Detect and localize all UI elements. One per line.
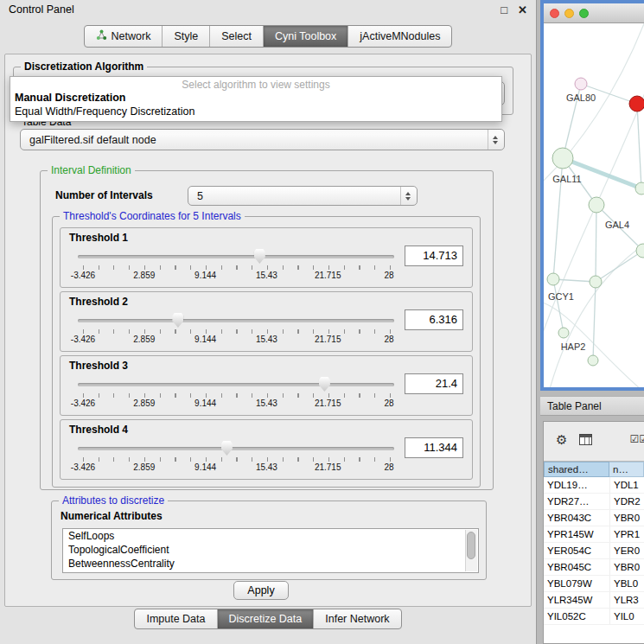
network-node-gcy1[interactable]: [547, 273, 559, 285]
table-cell[interactable]: YPR1: [609, 526, 644, 542]
checkbox-icon[interactable]: ☑: [629, 433, 639, 445]
table-cell[interactable]: YBR0: [609, 510, 644, 526]
threshold-slider[interactable]: [78, 249, 394, 265]
table-row[interactable]: YDR27…YDR2: [544, 494, 644, 510]
table-cell[interactable]: YIL0: [609, 609, 644, 624]
network-node-gal80[interactable]: [575, 78, 587, 90]
node-label-gal11: GAL11: [552, 174, 581, 184]
table-cell[interactable]: YDL19…: [544, 477, 609, 493]
columns-icon[interactable]: [579, 434, 592, 445]
tab-cyni-toolbox[interactable]: Cyni Toolbox: [263, 26, 348, 47]
slider-thumb[interactable]: [172, 313, 183, 328]
checkbox-icon[interactable]: ☑: [639, 433, 644, 445]
list-item[interactable]: SelfLoops: [63, 529, 478, 543]
column-header-n[interactable]: n…: [609, 462, 644, 477]
tick-label: -3.426: [71, 271, 95, 280]
table-cell[interactable]: YDR2: [609, 494, 644, 509]
zoom-window-button[interactable]: [579, 9, 589, 18]
table-cell[interactable]: YLR3: [609, 592, 644, 608]
network-edge[interactable]: [596, 205, 596, 282]
tab-jactivemnodules[interactable]: jActiveMNodules: [348, 26, 451, 47]
column-checkboxes[interactable]: ☑☑: [629, 433, 644, 445]
slider-thumb[interactable]: [254, 249, 265, 264]
network-edge[interactable]: [553, 279, 564, 333]
network-edge[interactable]: [637, 104, 641, 188]
threshold-value-field[interactable]: 14.713: [405, 245, 463, 266]
tab-impute-data[interactable]: Impute Data: [135, 609, 216, 628]
list-item[interactable]: BetweennessCentrality: [63, 557, 478, 571]
table-data-combobox[interactable]: galFiltered.sif default node: [20, 129, 505, 150]
threshold-slider[interactable]: [78, 441, 394, 456]
table-row[interactable]: YER054CYER0: [544, 543, 644, 559]
network-node-gal4[interactable]: [589, 197, 604, 213]
slider-track[interactable]: [78, 383, 394, 386]
table-row[interactable]: YBR045CYBR0: [544, 559, 644, 576]
table-panel-window: ⚙ ☑☑ shared…n… YDL19…YDL1YDR27…YDR2YBR04…: [543, 421, 644, 644]
network-node-hap2[interactable]: [558, 328, 569, 338]
slider-track[interactable]: [78, 319, 394, 322]
slider-track[interactable]: [78, 255, 394, 258]
tick-label: 2.859: [133, 335, 155, 344]
threshold-slider[interactable]: [78, 313, 394, 328]
table-row[interactable]: YBL079WYBL0: [544, 576, 644, 592]
threshold-value-field[interactable]: 21.4: [405, 373, 463, 394]
scrollbar-thumb[interactable]: [467, 532, 475, 559]
gear-icon[interactable]: ⚙: [556, 433, 567, 446]
threshold-slider[interactable]: [78, 377, 394, 392]
scrollbar[interactable]: [465, 530, 477, 571]
table-cell[interactable]: YBR0: [609, 559, 644, 575]
table-cell[interactable]: YBR045C: [544, 559, 609, 575]
table-panel-title: Table Panel: [547, 400, 602, 412]
table-cell[interactable]: YBL079W: [544, 576, 609, 591]
tab-select[interactable]: Select: [209, 26, 263, 47]
network-canvas[interactable]: GAL80GAL11GAL4GCY1HAP2: [544, 23, 644, 387]
network-node[interactable]: [636, 244, 644, 258]
network-node[interactable]: [629, 96, 644, 112]
table-cell[interactable]: YBL0: [609, 576, 644, 591]
table-cell[interactable]: YDR27…: [544, 494, 609, 509]
tick-label: 2.859: [133, 271, 155, 280]
slider-thumb[interactable]: [221, 441, 233, 456]
table-cell[interactable]: YER0: [609, 543, 644, 558]
threshold-value-field[interactable]: 6.316: [405, 309, 463, 330]
number-of-intervals-combobox[interactable]: 5: [188, 186, 418, 206]
threshold-panel: Threshold 4-3.4262.8599.14415.4321.71528…: [60, 419, 473, 480]
tab-infer-network[interactable]: Infer Network: [313, 609, 400, 628]
table-row[interactable]: YDL19…YDL1: [544, 477, 644, 494]
network-node-gal11[interactable]: [552, 148, 573, 169]
network-edge[interactable]: [596, 251, 643, 282]
list-item[interactable]: TopologicalCoefficient: [63, 543, 478, 557]
tab-network[interactable]: Network: [85, 26, 163, 47]
menu-item-equal-width-frequency-discretization[interactable]: Equal Width/Frequency Discretization: [10, 105, 501, 119]
threshold-panel: Threshold 2-3.4262.8599.14415.4321.71528…: [60, 291, 473, 352]
threshold-value-field[interactable]: 11.344: [405, 437, 463, 458]
attributes-listbox[interactable]: SelfLoopsTopologicalCoefficientBetweenne…: [62, 528, 479, 573]
network-node[interactable]: [590, 276, 602, 288]
table-cell[interactable]: YLR345W: [544, 592, 609, 608]
table-cell[interactable]: YER054C: [544, 543, 609, 558]
slider-thumb[interactable]: [319, 377, 330, 392]
menu-item-manual-discretization[interactable]: Manual Discretization: [10, 92, 501, 105]
apply-button[interactable]: Apply: [233, 581, 289, 600]
table-row[interactable]: YLR345WYLR3: [544, 592, 644, 609]
close-window-button[interactable]: [550, 9, 559, 18]
close-panel-icon[interactable]: ✕: [518, 3, 527, 16]
network-node[interactable]: [635, 182, 644, 194]
table-row[interactable]: YIL052CYIL0: [544, 609, 644, 625]
slider-track[interactable]: [78, 447, 394, 450]
tab-discretize-data[interactable]: Discretize Data: [217, 609, 314, 628]
network-graph: GAL80GAL11GAL4GCY1HAP2: [544, 23, 644, 387]
float-window-icon[interactable]: □: [501, 3, 507, 16]
table-row[interactable]: YPR145WYPR1: [544, 526, 644, 543]
table-cell[interactable]: YBR043C: [544, 510, 609, 526]
threshold-panel: Threshold 1-3.4262.8599.14415.4321.71528…: [60, 227, 473, 288]
table-row[interactable]: YBR043CYBR0: [544, 510, 644, 526]
table-cell[interactable]: YDL1: [609, 477, 644, 493]
column-header-shared[interactable]: shared…: [544, 462, 609, 477]
tab-style[interactable]: Style: [162, 26, 209, 47]
table-cell[interactable]: YPR145W: [544, 526, 609, 542]
threshold-label: Threshold 1: [69, 232, 128, 244]
network-node[interactable]: [588, 355, 598, 366]
minimize-window-button[interactable]: [564, 9, 574, 18]
table-cell[interactable]: YIL052C: [544, 609, 609, 624]
